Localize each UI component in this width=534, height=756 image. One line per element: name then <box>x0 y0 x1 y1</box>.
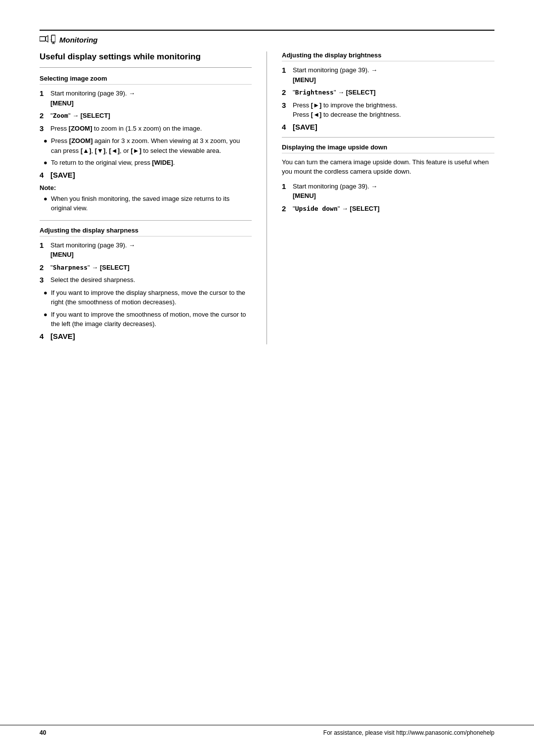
brightness-save-num: 4 <box>282 123 290 131</box>
bullet-dot-2: ● <box>44 158 48 168</box>
separator-right-1 <box>282 137 494 138</box>
zoom-step-2-num: 2 <box>40 111 47 121</box>
upside-step-2: 2 "Upside down" → [SELECT] <box>282 204 494 214</box>
camera-monitor-svg: → <box>40 35 55 45</box>
sharpness-bullet-dot-2: ● <box>44 310 48 329</box>
zoom-step-1-num: 1 <box>40 89 47 98</box>
brightness-step-1: 1 Start monitoring (page 39). →[MENU] <box>282 65 494 85</box>
note-bullet-dot: ● <box>44 194 48 213</box>
sharpness-step-2-num: 2 <box>40 263 47 273</box>
sharpness-bullet-2-text: If you want to improve the smoothness of… <box>51 310 252 329</box>
sharpness-bullet-1: ● If you want to improve the display sha… <box>44 288 252 307</box>
sharpness-step-2: 2 "Sharpness" → [SELECT] <box>40 263 252 273</box>
monitor-icon: → <box>40 35 55 45</box>
page: → Monitoring Useful display settings whi… <box>0 0 534 756</box>
bullet-dot-1: ● <box>44 136 48 155</box>
subsection-brightness-title: Adjusting the display brightness <box>282 51 494 61</box>
brightness-save-label: [SAVE] <box>293 123 317 131</box>
zoom-step-1-content: Start monitoring (page 39). →[MENU] <box>50 89 252 108</box>
subsection-upside-title: Displaying the image upside down <box>282 143 494 153</box>
sharpness-save-step: 4 [SAVE] <box>40 332 252 340</box>
zoom-step-3-num: 3 <box>40 124 47 134</box>
header-title-text: Monitoring <box>59 36 97 44</box>
upside-step-1: 1 Start monitoring (page 39). →[MENU] <box>282 182 494 201</box>
svg-rect-0 <box>40 37 45 41</box>
zoom-note: Note: ● When you finish monitoring, the … <box>40 184 252 213</box>
section-upside-down: Displaying the image upside down You can… <box>282 143 494 214</box>
section-sharpness: Adjusting the display sharpness 1 Start … <box>40 227 252 340</box>
sharpness-step-1-content: Start monitoring (page 39). →[MENU] <box>50 240 252 260</box>
upside-step-2-num: 2 <box>282 204 290 214</box>
sharpness-bullet-1-text: If you want to improve the display sharp… <box>51 288 252 307</box>
upside-intro: You can turn the camera image upside dow… <box>282 157 494 177</box>
footer: 40 For assistance, please visit http://w… <box>0 725 534 736</box>
sharpness-step-3: 3 Select the desired sharpness. <box>40 275 252 285</box>
upside-step-1-content: Start monitoring (page 39). →[MENU] <box>293 182 494 201</box>
sharpness-step-2-content: "Sharpness" → [SELECT] <box>50 263 252 273</box>
subsection-zoom-title: Selecting image zoom <box>40 75 252 85</box>
zoom-step-3: 3 Press [ZOOM] to zoom in (1.5 x zoom) o… <box>40 124 252 134</box>
separator-1 <box>40 220 252 221</box>
sharpness-step-1-num: 1 <box>40 240 47 250</box>
section-image-zoom: Selecting image zoom 1 Start monitoring … <box>40 75 252 213</box>
zoom-step-3-content: Press [ZOOM] to zoom in (1.5 x zoom) on … <box>50 124 252 134</box>
zoom-note-bullet-1-text: When you finish monitoring, the saved im… <box>51 194 252 213</box>
zoom-step-2: 2 "Zoom" → [SELECT] <box>40 111 252 121</box>
zoom-note-title: Note: <box>40 184 252 191</box>
header-title: → Monitoring <box>40 35 494 45</box>
sharpness-bullet-dot-1: ● <box>44 288 48 307</box>
brightness-step-3-num: 3 <box>282 100 290 110</box>
footer-help-text: For assistance, please visit http://www.… <box>323 729 494 736</box>
zoom-bullet-1: ● Press [ZOOM] again for 3 x zoom. When … <box>44 136 252 155</box>
brightness-step-2-num: 2 <box>282 88 290 97</box>
zoom-bullets: ● Press [ZOOM] again for 3 x zoom. When … <box>44 136 252 168</box>
zoom-note-bullet-1: ● When you finish monitoring, the saved … <box>44 194 252 213</box>
subsection-sharpness-title: Adjusting the display sharpness <box>40 227 252 236</box>
col-left: Useful display settings while monitoring… <box>40 51 267 344</box>
brightness-step-3-content: Press [►] to improve the brightness. Pre… <box>293 100 494 120</box>
zoom-save-step: 4 [SAVE] <box>40 171 252 179</box>
section-brightness: Adjusting the display brightness 1 Start… <box>282 51 494 131</box>
svg-text:→: → <box>48 37 53 42</box>
col-right: Adjusting the display brightness 1 Start… <box>267 51 494 344</box>
brightness-step-1-content: Start monitoring (page 39). →[MENU] <box>293 65 494 85</box>
brightness-step-3: 3 Press [►] to improve the brightness. P… <box>282 100 494 120</box>
sharpness-bullet-2: ● If you want to improve the smoothness … <box>44 310 252 329</box>
sharpness-bullets: ● If you want to improve the display sha… <box>44 288 252 329</box>
brightness-step-2: 2 "Brightness" → [SELECT] <box>282 88 494 97</box>
header-section: → Monitoring <box>40 30 494 45</box>
upside-step-1-num: 1 <box>282 182 290 191</box>
zoom-bullet-1-text: Press [ZOOM] again for 3 x zoom. When vi… <box>51 136 252 155</box>
zoom-save-num: 4 <box>40 171 47 179</box>
sharpness-save-num: 4 <box>40 332 47 340</box>
zoom-step-2-content: "Zoom" → [SELECT] <box>50 111 252 121</box>
sharpness-save-label: [SAVE] <box>50 332 75 340</box>
zoom-bullet-2: ● To return to the original view, press … <box>44 158 252 168</box>
two-col-layout: Useful display settings while monitoring… <box>40 51 494 344</box>
footer-page-num: 40 <box>40 729 46 736</box>
brightness-step-2-content: "Brightness" → [SELECT] <box>293 88 494 97</box>
sharpness-step-3-content: Select the desired sharpness. <box>50 275 252 285</box>
brightness-save-step: 4 [SAVE] <box>282 123 494 131</box>
zoom-save-label: [SAVE] <box>50 171 75 179</box>
sharpness-step-3-num: 3 <box>40 275 47 285</box>
zoom-note-bullets: ● When you finish monitoring, the saved … <box>44 194 252 213</box>
main-title: Useful display settings while monitoring <box>40 51 252 68</box>
upside-step-2-content: "Upside down" → [SELECT] <box>293 204 494 214</box>
zoom-step-1: 1 Start monitoring (page 39). →[MENU] <box>40 89 252 108</box>
sharpness-step-1: 1 Start monitoring (page 39). →[MENU] <box>40 240 252 260</box>
brightness-step-1-num: 1 <box>282 65 290 75</box>
zoom-bullet-2-text: To return to the original view, press [W… <box>51 158 175 168</box>
